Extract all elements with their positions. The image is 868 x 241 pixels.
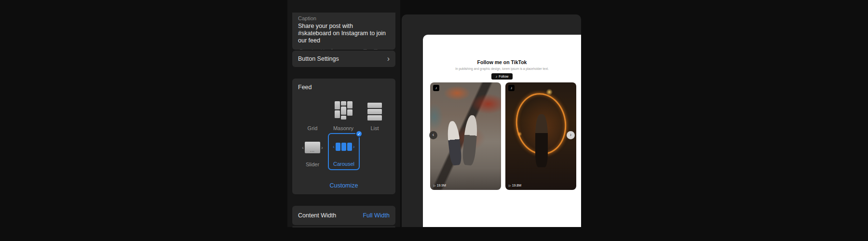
feed-label: Feed — [298, 84, 390, 91]
feed-section: Feed Grid Masonry List ‹ ••• — [292, 79, 395, 194]
chevron-right-icon: › — [353, 144, 355, 149]
content-width-label: Content Width — [298, 212, 336, 219]
button-settings-row[interactable]: Button Settings › — [292, 51, 395, 67]
italic-icon[interactable]: I — [309, 48, 315, 50]
table-icon[interactable]: ⊞ — [372, 48, 379, 50]
play-icon: ▷ — [509, 184, 511, 187]
widget-preview-canvas: Follow me on TikTok In publishing and gr… — [423, 35, 581, 227]
video-card-2[interactable]: ♪ ▷ 19.8M — [505, 82, 576, 190]
follow-button-label: Follow — [499, 75, 508, 78]
caption-format-toolbar: B I U Aa ∞ ≡ ≣ ⊞ ⋯ — [298, 48, 390, 50]
caption-input[interactable]: Share your post with #skateboard on Inst… — [298, 23, 387, 44]
grid-layout-icon — [304, 101, 322, 121]
widget-header: Follow me on TikTok In publishing and gr… — [423, 59, 581, 80]
layout-option-list[interactable]: List — [361, 101, 388, 131]
masonry-layout-icon — [335, 101, 353, 121]
widget-subtitle: In publishing and graphic design, lorem … — [423, 67, 581, 70]
layout-label: Masonry — [333, 125, 353, 131]
play-icon: ▷ — [434, 184, 436, 187]
video-card-1[interactable]: ♪ ▷ 19.9M — [430, 82, 501, 190]
widget-title: Follow me on TikTok — [423, 59, 581, 65]
layout-option-carousel-selected[interactable]: ✓ ‹ › Carousel — [328, 133, 360, 170]
chevron-left-icon: ‹ — [333, 144, 335, 149]
list-icon[interactable]: ≡ — [351, 48, 358, 50]
tiktok-logo-icon: ♪ — [433, 85, 439, 91]
view-count-badge: ▷ 19.8M — [509, 184, 521, 187]
settings-sidebar: Caption Share your post with #skateboard… — [287, 0, 400, 227]
carousel-next-button[interactable]: › — [567, 131, 575, 139]
content-width-row: Content Width Full Width — [292, 206, 395, 225]
layout-option-masonry[interactable]: Masonry — [330, 101, 357, 131]
text-style-icon[interactable]: Aa — [330, 48, 337, 50]
chevron-left-icon: ‹ — [302, 145, 304, 150]
layout-option-grid[interactable]: Grid — [299, 101, 326, 131]
view-count: 19.8M — [512, 184, 521, 187]
ordered-list-icon[interactable]: ≣ — [362, 48, 368, 50]
carousel-prev-button[interactable]: ‹ — [429, 131, 437, 139]
view-count-badge: ▷ 19.9M — [434, 184, 446, 187]
performer-figure — [535, 114, 548, 167]
content-width-value[interactable]: Full Width — [363, 212, 390, 219]
slider-layout-icon: ‹ ••• › — [302, 137, 323, 158]
underline-icon[interactable]: U — [319, 48, 326, 50]
follow-button[interactable]: ♪ Follow — [491, 73, 513, 80]
caption-label: Caption — [298, 15, 390, 21]
layout-option-slider[interactable]: ‹ ••• › Slider — [299, 137, 326, 167]
chevron-right-icon: › — [387, 55, 390, 63]
next-settings-card-edge — [292, 226, 395, 228]
layout-label: List — [370, 125, 379, 131]
skater-figure — [462, 115, 479, 166]
carousel-layout-icon: ‹ › — [333, 137, 354, 157]
tiktok-logo-icon: ♪ — [508, 85, 515, 91]
customize-link[interactable]: Customize — [292, 182, 395, 189]
button-settings-label: Button Settings — [298, 55, 339, 62]
layout-label: Grid — [308, 125, 318, 131]
link-icon[interactable]: ∞ — [340, 48, 347, 50]
tiktok-note-icon: ♪ — [496, 75, 498, 78]
selected-check-icon: ✓ — [355, 130, 363, 137]
chevron-right-icon: › — [321, 145, 323, 150]
view-count: 19.9M — [437, 184, 446, 187]
preview-panel: Follow me on TikTok In publishing and gr… — [402, 14, 581, 227]
video-carousel: ♪ ▷ 19.9M ♪ ▷ 19.8M — [430, 82, 576, 190]
slider-dots-icon: ••• — [305, 150, 320, 153]
layout-label: Slider — [306, 161, 319, 167]
more-icon[interactable]: ⋯ — [383, 48, 390, 50]
caption-section: Caption Share your post with #skateboard… — [292, 13, 395, 50]
layout-label: Carousel — [333, 161, 354, 167]
skater-figure — [446, 120, 462, 166]
list-layout-icon — [367, 101, 382, 121]
bold-icon[interactable]: B — [298, 48, 305, 50]
